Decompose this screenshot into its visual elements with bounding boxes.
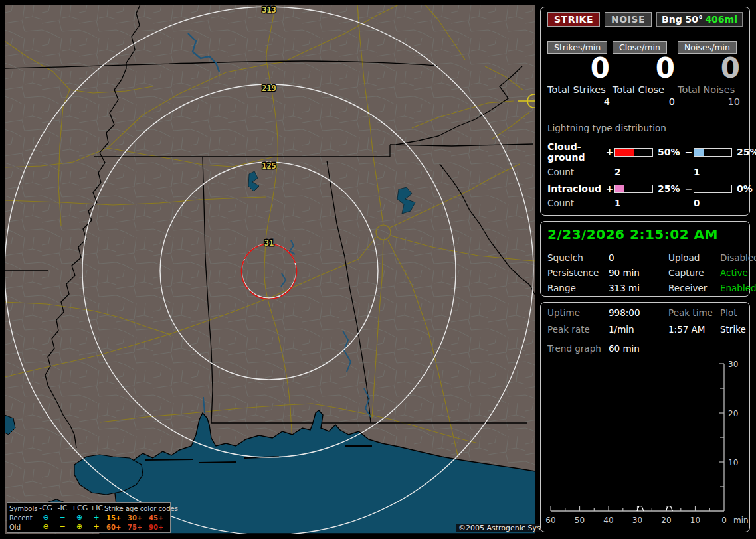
- bearing-value: Bng 50°: [662, 14, 703, 25]
- count-label: Count: [547, 167, 605, 177]
- squelch-label: Squelch: [547, 252, 609, 263]
- legend-symbols-header: Symbols: [9, 505, 37, 512]
- recent-pos-ic-icon: +: [88, 514, 104, 521]
- status-grid: Squelch 0 Upload Disabled Persistence 90…: [547, 252, 743, 293]
- squelch-value: 0: [609, 252, 668, 263]
- y-tick-label-10: 10: [728, 458, 738, 467]
- legend-age-header: Strike age color codes: [104, 505, 168, 512]
- noises-per-min-value: 0: [678, 54, 743, 83]
- legend-col-pos-ic: +IC: [88, 505, 104, 512]
- x-ticks: [551, 506, 709, 511]
- ring-label-313: 313: [262, 5, 276, 15]
- upload-label: Upload: [668, 252, 720, 263]
- svg-text:60: 60: [545, 516, 555, 525]
- distribution-title: Lightning type distribution: [547, 123, 696, 135]
- old-pos-cg-icon: ⊕: [70, 524, 88, 530]
- age-code-45: 45+: [147, 514, 168, 522]
- old-pos-ic-icon: +: [88, 524, 104, 530]
- noise-button[interactable]: NOISE: [605, 12, 652, 27]
- y-tick-label-20: 20: [728, 409, 738, 418]
- peak-time-value: 1:57 AM: [668, 324, 720, 335]
- trend-graph-label: Trend graph: [547, 343, 609, 354]
- ring-label-31: 31: [264, 238, 274, 248]
- stats-panel: Uptime 998:00 Peak time Plot Peak rate 1…: [540, 302, 750, 532]
- age-code-30: 30+: [126, 514, 147, 522]
- capture-label: Capture: [668, 268, 720, 278]
- intracloud-label: Intracloud: [547, 183, 605, 194]
- age-code-90: 90+: [147, 524, 168, 531]
- plus-sign: +: [605, 183, 614, 194]
- ic-positive-percent: 25%: [654, 183, 684, 194]
- age-code-60: 60+: [104, 524, 126, 531]
- age-code-75: 75+: [126, 524, 147, 531]
- close-counter-column: Close/min 0 Total Close 0: [613, 41, 678, 107]
- cg-positive-count: 2: [614, 167, 654, 177]
- total-strikes-label: Total Strikes: [547, 84, 613, 95]
- recent-neg-cg-icon: ⊖: [37, 514, 54, 521]
- persistence-value: 90 min: [609, 268, 668, 278]
- total-close-label: Total Close: [613, 84, 678, 95]
- strikes-per-min-value: 0: [547, 54, 613, 83]
- minus-sign: −: [684, 183, 694, 194]
- total-noises-label: Total Noises: [678, 84, 743, 95]
- minus-sign: −: [684, 147, 694, 157]
- svg-text:50: 50: [575, 516, 585, 525]
- capture-status: Active: [720, 268, 756, 278]
- old-neg-ic-icon: −: [54, 524, 70, 530]
- cg-negative-count: 1: [694, 167, 733, 177]
- intracloud-row: Intracloud + 25% − 0%: [547, 183, 743, 194]
- cloud-ground-count-row: Count 2 1: [547, 167, 743, 177]
- app-window: 313 219 125 31 Symbols -CG -IC +CG +IC S…: [0, 0, 756, 539]
- cloud-ground-label: Cloud-ground: [547, 141, 605, 163]
- strike-rate-series: [637, 506, 673, 511]
- stats-grid: Uptime 998:00 Peak time Plot Peak rate 1…: [547, 307, 743, 335]
- svg-text:20: 20: [661, 516, 671, 525]
- cg-negative-percent: 25%: [733, 147, 756, 157]
- bearing-range-display: Bng 50° 406mi: [656, 12, 743, 27]
- count-label: Count: [547, 198, 605, 208]
- trend-graph: 30 20 10 60 50 40 30: [541, 357, 751, 531]
- uptime-label: Uptime: [547, 307, 609, 318]
- range-value: 313 mi: [609, 283, 668, 293]
- x-tick-labels: 60 50 40 30 20 10 0: [545, 516, 726, 525]
- strikes-counter-column: Strikes/min 0 Total Strikes 4: [547, 41, 613, 107]
- counters-panel: STRIKE NOISE Bng 50° 406mi Strikes/min 0…: [540, 7, 750, 216]
- noises-counter-column: Noises/min 0 Total Noises 10: [678, 41, 743, 107]
- cg-positive-percent: 50%: [654, 147, 684, 157]
- plot-value: Strike: [720, 324, 746, 335]
- peak-rate-value: 1/min: [609, 324, 668, 335]
- age-code-15: 15+: [104, 514, 126, 522]
- ring-label-125: 125: [262, 161, 276, 171]
- map-legend: Symbols -CG -IC +CG +IC Strike age color…: [7, 502, 171, 533]
- strike-button[interactable]: STRIKE: [547, 12, 600, 27]
- total-noises-value: 10: [678, 96, 743, 107]
- ic-positive-count: 1: [614, 198, 654, 208]
- lightning-map[interactable]: 313 219 125 31: [5, 5, 535, 534]
- old-neg-cg-icon: ⊖: [37, 524, 54, 530]
- total-strikes-value: 4: [547, 96, 613, 107]
- plot-label: Plot: [720, 307, 746, 318]
- recent-neg-ic-icon: −: [54, 514, 70, 521]
- status-panel: 2/23/2026 2:15:02 AM Squelch 0 Upload Di…: [540, 221, 750, 297]
- legend-col-neg-cg: -CG: [37, 505, 54, 512]
- x-axis-unit: min: [733, 516, 749, 525]
- rate-counters: Strikes/min 0 Total Strikes 4 Close/min …: [547, 41, 743, 107]
- toolbar: STRIKE NOISE Bng 50° 406mi: [547, 12, 743, 27]
- legend-old-label: Old: [9, 524, 37, 531]
- range-label: Range: [547, 283, 609, 293]
- receiver-status: Enabled: [720, 283, 756, 293]
- trend-graph-header: Trend graph 60 min: [547, 343, 743, 354]
- receiver-label: Receiver: [668, 283, 720, 293]
- cg-negative-bar: [694, 148, 732, 157]
- intracloud-count-row: Count 1 0: [547, 198, 743, 208]
- recent-pos-cg-icon: ⊕: [70, 514, 88, 521]
- close-per-min-value: 0: [613, 54, 678, 83]
- upload-status: Disabled: [720, 252, 756, 263]
- legend-recent-label: Recent: [9, 514, 37, 522]
- legend-col-neg-ic: -IC: [54, 505, 70, 512]
- peak-rate-label: Peak rate: [547, 324, 609, 335]
- trend-graph-value: 60 min: [609, 343, 743, 354]
- total-close-value: 0: [613, 96, 678, 107]
- datetime-display: 2/23/2026 2:15:02 AM: [547, 226, 743, 246]
- ring-label-219: 219: [262, 84, 276, 93]
